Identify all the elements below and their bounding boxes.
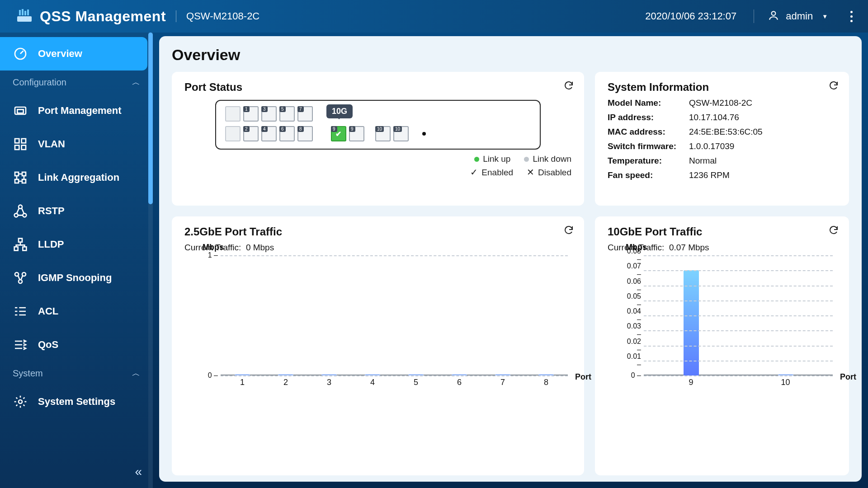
user-name: admin <box>786 10 813 22</box>
svg-point-26 <box>19 400 22 404</box>
chart-2p5g: Mbps Port 0 –1 –12345678 <box>203 255 568 386</box>
refresh-button[interactable] <box>828 225 839 237</box>
sidebar-item-vlan[interactable]: VLAN <box>0 127 153 161</box>
y-tick: 1 – <box>203 251 218 259</box>
port-10-sfp[interactable]: 10 <box>393 126 409 141</box>
svg-rect-21 <box>14 247 18 250</box>
sidebar-item-rstp[interactable]: RSTP <box>0 194 153 228</box>
sidebar-item-label: Link Aggregation <box>38 172 119 183</box>
speed-badge: 10G <box>326 104 353 118</box>
sidebar-section-configuration[interactable]: Configuration︿ <box>0 70 153 94</box>
y-tick: 0.01 – <box>626 352 641 369</box>
legend-link-up: Link up <box>474 154 510 164</box>
port-5[interactable]: 5 <box>279 106 295 122</box>
card-traffic-10g: 10GbE Port Traffic Current Traffic: 0.07… <box>595 216 849 475</box>
current-traffic-value: 0.07 Mbps <box>669 243 709 252</box>
port-6[interactable]: 6 <box>279 126 295 141</box>
svg-point-25 <box>19 280 22 283</box>
sidebar-item-label: LLDP <box>38 239 64 250</box>
port-3[interactable]: 3 <box>261 106 277 122</box>
y-tick: 0.06 – <box>626 277 641 294</box>
sidebar-item-label: ACL <box>38 305 58 317</box>
sidebar-item-port-management[interactable]: Port Management <box>0 94 153 127</box>
refresh-button[interactable] <box>828 80 839 93</box>
igmp-icon <box>13 270 28 286</box>
qos-icon <box>13 337 28 352</box>
port-2[interactable]: 2 <box>243 126 259 141</box>
port-9[interactable]: 9 <box>331 126 346 141</box>
sidebar-scrollbar-thumb[interactable] <box>148 33 153 204</box>
y-tick: 0.05 – <box>626 292 641 309</box>
chart-xlabel: Port <box>575 372 591 382</box>
current-traffic-label: Current Traffic: 0 Mbps <box>184 243 571 253</box>
y-tick: 0.07 – <box>626 262 641 278</box>
sysinfo-row: MAC address:24:5E:BE:53:6C:05 <box>608 127 836 137</box>
sidebar-item-qos[interactable]: QoS <box>0 328 153 361</box>
sysinfo-row: Model Name:QSW-M2108-2C <box>608 98 836 108</box>
chart-ylabel: Mbps <box>203 243 224 252</box>
lldp-icon <box>13 237 28 252</box>
y-tick: 0 – <box>203 371 218 380</box>
sidebar-item-acl[interactable]: ACL <box>0 295 153 328</box>
svg-rect-8 <box>17 109 23 113</box>
svg-rect-13 <box>15 172 19 176</box>
vlan-icon <box>13 136 28 152</box>
card-title: System Information <box>608 81 836 94</box>
sidebar-item-link-aggregation[interactable]: Link Aggregation <box>0 161 153 194</box>
page-title: Overview <box>172 46 849 64</box>
more-menu-button[interactable] <box>850 11 853 22</box>
sidebar-section-system[interactable]: System︿ <box>0 361 153 385</box>
refresh-button[interactable] <box>563 225 574 237</box>
sysinfo-value: QSW-M2108-2C <box>689 98 752 108</box>
chevron-down-icon: ▼ <box>822 13 828 20</box>
rstp-icon <box>13 203 28 219</box>
port-4[interactable]: 4 <box>261 126 277 141</box>
header-divider <box>176 10 176 22</box>
x-tick: 1 <box>240 378 245 387</box>
chevron-up-icon: ︿ <box>132 368 140 379</box>
sysinfo-key: Fan speed: <box>608 170 684 180</box>
legend-enabled: ✓Enabled <box>470 167 513 178</box>
port-8[interactable]: 8 <box>297 126 313 141</box>
card-title: 2.5GbE Port Traffic <box>184 225 571 238</box>
svg-point-19 <box>23 213 26 217</box>
port-7[interactable]: 7 <box>297 106 313 122</box>
app-title: QSS Management <box>40 8 166 25</box>
legend-disabled: ✕Disabled <box>527 167 571 178</box>
y-tick: 0.08 – <box>626 247 641 263</box>
sysinfo-key: MAC address: <box>608 127 684 137</box>
current-traffic-value: 0 Mbps <box>246 243 274 252</box>
sysinfo-row: Switch firmware:1.0.0.17039 <box>608 141 836 151</box>
port-1[interactable]: 1 <box>243 106 259 122</box>
sysinfo-row: IP address:10.17.104.76 <box>608 113 836 122</box>
sysinfo-key: IP address: <box>608 113 684 122</box>
svg-rect-11 <box>15 145 19 150</box>
svg-rect-4 <box>27 9 29 15</box>
chart-10g: Mbps Port 0 –0.01 –0.02 –0.03 –0.04 –0.0… <box>626 255 833 386</box>
card-system-info: System Information Model Name:QSW-M2108-… <box>595 72 849 206</box>
port-slot <box>225 106 241 122</box>
sysinfo-key: Switch firmware: <box>608 141 684 151</box>
sidebar-item-igmp[interactable]: IGMP Snooping <box>0 261 153 295</box>
sysinfo-value: 24:5E:BE:53:6C:05 <box>689 127 763 137</box>
sysinfo-value: 1.0.0.17039 <box>689 141 734 151</box>
acl-icon <box>13 304 28 319</box>
x-tick: 4 <box>370 378 375 387</box>
port-9-sfp[interactable]: 9 <box>349 126 364 141</box>
switch-diagram: 1 3 5 7 2 4 6 8 <box>215 100 541 150</box>
aggregation-icon <box>13 170 28 185</box>
sidebar-collapse-button[interactable]: « <box>135 465 142 479</box>
refresh-button[interactable] <box>563 80 574 93</box>
sidebar-item-label: System Settings <box>38 396 115 408</box>
sidebar-item-lldp[interactable]: LLDP <box>0 228 153 261</box>
sidebar-item-overview[interactable]: Overview <box>0 37 147 70</box>
svg-rect-0 <box>17 16 32 22</box>
x-tick: 9 <box>689 378 693 387</box>
user-menu[interactable]: admin ▼ <box>754 9 841 23</box>
sysinfo-key: Model Name: <box>608 98 684 108</box>
port-10[interactable]: 10 <box>375 126 391 141</box>
sidebar-item-system-settings[interactable]: System Settings <box>0 385 153 418</box>
sidebar-item-label: IGMP Snooping <box>38 272 112 284</box>
x-tick: 3 <box>327 378 331 387</box>
sidebar-item-label: Overview <box>38 48 82 60</box>
